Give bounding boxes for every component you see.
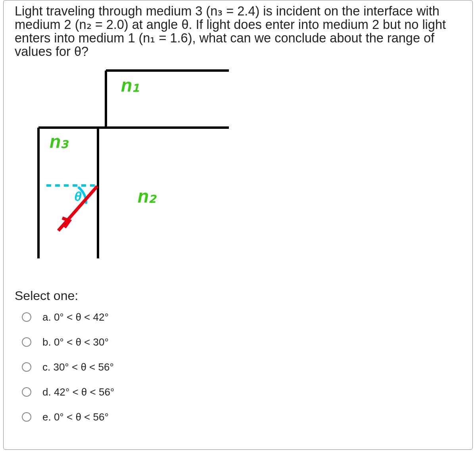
option-label: d. 42° < θ < 56° [42, 386, 114, 398]
options-group: a. 0° < θ < 42° b. 0° < θ < 30° c. 30° <… [22, 311, 461, 423]
option-a[interactable]: a. 0° < θ < 42° [22, 311, 461, 323]
label-n1: n₁ [121, 75, 139, 96]
radio-icon[interactable] [22, 312, 31, 322]
radio-icon[interactable] [22, 412, 31, 422]
option-label: b. 0° < θ < 30° [42, 336, 109, 348]
option-d[interactable]: d. 42° < θ < 56° [22, 386, 461, 398]
option-c[interactable]: c. 30° < θ < 56° [22, 361, 461, 373]
diagram-svg [15, 68, 237, 274]
option-label: e. 0° < θ < 56° [42, 411, 109, 423]
radio-icon[interactable] [22, 362, 31, 372]
radio-icon[interactable] [22, 387, 31, 397]
question-text: Light traveling through medium 3 (n₃ = 2… [15, 4, 461, 59]
select-one-prompt: Select one: [15, 289, 461, 303]
physics-diagram: n₁ n₂ n₃ θ [15, 68, 237, 274]
option-label: a. 0° < θ < 42° [42, 311, 109, 323]
option-e[interactable]: e. 0° < θ < 56° [22, 411, 461, 423]
option-b[interactable]: b. 0° < θ < 30° [22, 336, 461, 348]
label-n2: n₂ [138, 185, 156, 207]
question-card: Light traveling through medium 3 (n₃ = 2… [3, 0, 473, 450]
label-n3: n₃ [50, 131, 68, 152]
label-theta: θ [74, 189, 82, 204]
radio-icon[interactable] [22, 337, 31, 347]
option-label: c. 30° < θ < 56° [42, 361, 114, 373]
